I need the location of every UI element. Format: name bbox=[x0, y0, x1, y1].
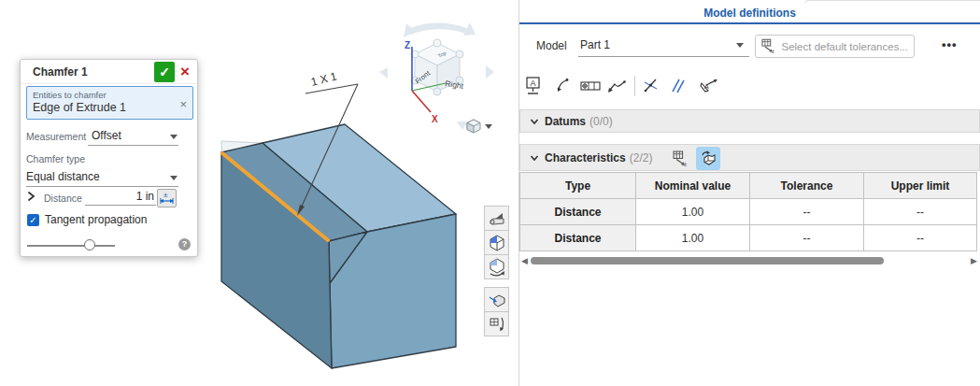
cell-upper-limit[interactable]: -- bbox=[864, 225, 977, 251]
cancel-button[interactable]: × bbox=[177, 63, 193, 81]
chamfer-type-label: Chamfer type bbox=[26, 153, 85, 164]
chevron-right-expander[interactable] bbox=[26, 191, 36, 202]
help-icon[interactable]: ? bbox=[178, 238, 191, 250]
chamfer-dialog: Chamfer 1 ✓ × Entities to chamfer Edge o… bbox=[20, 59, 198, 257]
geometric-tolerance-button[interactable] bbox=[578, 74, 603, 98]
export-characteristics-button[interactable] bbox=[696, 147, 720, 170]
characteristics-section-label: Characteristics bbox=[545, 151, 626, 164]
export-part-icon bbox=[700, 150, 717, 167]
pmi-view-toolbar bbox=[484, 206, 509, 336]
close-icon: × bbox=[180, 63, 190, 80]
horizontal-scrollbar[interactable]: ◀ ▶ bbox=[519, 255, 980, 266]
cad-application-window: 1 X 1 Top Front Right bbox=[0, 0, 980, 386]
measurement-select[interactable]: Offset bbox=[92, 129, 121, 142]
crossing-dimension-icon bbox=[642, 77, 660, 95]
svg-text:±: ± bbox=[772, 49, 774, 54]
tolerance-toggle-button[interactable]: ± bbox=[157, 189, 177, 207]
callout-arrow-icon bbox=[553, 77, 572, 95]
check-icon: ✓ bbox=[29, 215, 36, 225]
dimension-button[interactable] bbox=[639, 74, 663, 98]
select-default-tolerances-button[interactable]: ± Select default tolerances... bbox=[755, 35, 915, 58]
svg-text:±: ± bbox=[684, 160, 688, 166]
chevron-down-icon[interactable] bbox=[170, 176, 178, 180]
characteristics-section-header[interactable]: Characteristics (2/2) ± bbox=[519, 144, 980, 171]
cell-type[interactable]: Distance bbox=[520, 225, 636, 251]
tangent-propagation-checkbox[interactable]: ✓ bbox=[27, 214, 39, 226]
distance-input[interactable]: 1 in bbox=[114, 190, 154, 203]
datum-feature-button[interactable]: A bbox=[696, 74, 720, 98]
tolerances-button-label: Select default tolerances... bbox=[781, 41, 908, 52]
note-icon: A bbox=[524, 76, 543, 96]
entities-field-value: Edge of Extrude 1 bbox=[33, 101, 126, 114]
rollback-slider-track[interactable] bbox=[27, 245, 115, 247]
measurement-underline bbox=[88, 145, 178, 146]
parallel-lines-icon bbox=[669, 77, 688, 95]
entities-to-chamfer-field[interactable]: Entities to chamfer Edge of Extrude 1 × bbox=[26, 86, 193, 120]
note-annotation-button[interactable]: A bbox=[521, 74, 546, 98]
table-row[interactable]: Distance 1.00 -- -- bbox=[520, 225, 977, 251]
chamfer-type-underline bbox=[26, 186, 178, 187]
chevron-down-icon bbox=[530, 154, 539, 162]
model-definitions-panel: Model definitions Model Part 1 ± Select … bbox=[518, 0, 980, 386]
measurement-label: Measurement bbox=[26, 131, 86, 142]
panel-title: Model definitions bbox=[519, 7, 980, 20]
confirm-button[interactable]: ✓ bbox=[154, 62, 175, 82]
bent-leader-icon bbox=[606, 78, 627, 94]
scroll-left-arrow[interactable]: ◀ bbox=[521, 256, 528, 265]
section-view-button[interactable] bbox=[484, 287, 509, 312]
viewcube-right-label[interactable]: Right bbox=[445, 79, 465, 91]
tolerance-table-icon: ± bbox=[761, 38, 776, 54]
exploded-view-button[interactable] bbox=[484, 311, 509, 336]
characteristics-table: Type Nominal value Tolerance Upper limit… bbox=[519, 172, 977, 251]
dialog-header: Chamfer 1 ✓ × bbox=[21, 60, 197, 84]
tolerance-table-icon: ± bbox=[673, 150, 689, 167]
cell-tolerance[interactable]: -- bbox=[750, 199, 864, 225]
cell-upper-limit[interactable]: -- bbox=[864, 199, 977, 225]
svg-text:±: ± bbox=[163, 191, 168, 199]
chevron-down-icon[interactable] bbox=[170, 135, 178, 139]
chamfer-type-select[interactable]: Equal distance bbox=[26, 170, 100, 183]
distance-label: Distance bbox=[44, 193, 82, 204]
tangent-propagation-label: Tangent propagation bbox=[45, 213, 147, 226]
scroll-right-arrow[interactable]: ▶ bbox=[971, 256, 977, 265]
overflow-menu-button[interactable]: ••• bbox=[942, 37, 958, 51]
dialog-title: Chamfer 1 bbox=[33, 65, 88, 79]
cell-tolerance[interactable]: -- bbox=[750, 225, 864, 251]
distance-underline bbox=[85, 205, 156, 206]
rotate-view-button[interactable] bbox=[484, 254, 509, 279]
leader-note-button[interactable] bbox=[604, 74, 629, 98]
scrollbar-thumb[interactable] bbox=[531, 257, 884, 264]
exploded-view-icon bbox=[488, 315, 506, 334]
chevron-down-icon bbox=[530, 118, 539, 125]
surface-finish-icon bbox=[488, 209, 506, 228]
help-glyph: ? bbox=[182, 239, 188, 249]
cell-nominal[interactable]: 1.00 bbox=[636, 225, 750, 251]
table-header-row: Type Nominal value Tolerance Upper limit bbox=[520, 173, 977, 199]
cube-icon bbox=[465, 118, 482, 135]
remove-entity-icon[interactable]: × bbox=[179, 97, 187, 111]
cell-nominal[interactable]: 1.00 bbox=[636, 199, 750, 225]
plus-minus-dimension-icon: ± bbox=[158, 190, 176, 207]
entities-field-label: Entities to chamfer bbox=[33, 90, 107, 100]
surface-finish-view-button[interactable] bbox=[484, 206, 509, 231]
table-row[interactable]: Distance 1.00 -- -- bbox=[520, 199, 977, 225]
cube-blue-face-icon bbox=[488, 234, 506, 252]
feature-control-frame-icon bbox=[580, 77, 601, 95]
datums-section-label: Datums bbox=[545, 115, 586, 128]
callout-button[interactable] bbox=[550, 74, 575, 98]
cell-type[interactable]: Distance bbox=[520, 199, 636, 225]
chevron-down-icon[interactable] bbox=[736, 43, 744, 48]
parallel-dimension-button[interactable] bbox=[666, 74, 690, 98]
apply-default-tolerances-button[interactable]: ± bbox=[670, 148, 692, 169]
normal-to-view-button[interactable] bbox=[484, 230, 509, 255]
column-header-upper-limit: Upper limit bbox=[864, 173, 977, 199]
datums-section-header[interactable]: Datums (0/0) bbox=[519, 109, 980, 133]
annotation-text[interactable]: 1 X 1 bbox=[309, 69, 338, 88]
svg-text:A: A bbox=[531, 79, 536, 88]
model-select[interactable]: Part 1 bbox=[580, 38, 610, 51]
view-options-button[interactable] bbox=[465, 117, 497, 136]
column-header-tolerance: Tolerance bbox=[750, 173, 864, 199]
characteristics-count: (2/2) bbox=[630, 151, 653, 164]
rollback-slider-handle[interactable] bbox=[84, 239, 95, 250]
x-axis-label: X bbox=[432, 114, 438, 124]
